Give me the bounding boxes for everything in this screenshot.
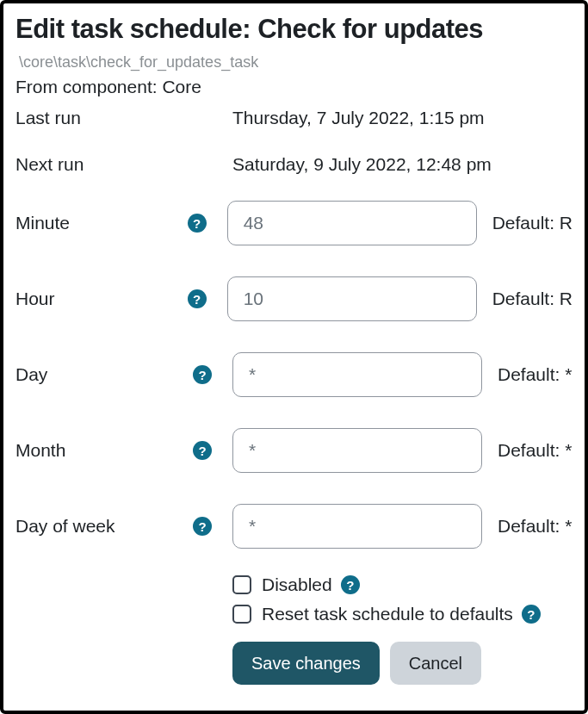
help-icon[interactable]: ? — [522, 605, 541, 624]
save-button[interactable]: Save changes — [232, 642, 380, 685]
help-icon[interactable]: ? — [341, 575, 360, 594]
month-input[interactable] — [232, 428, 482, 473]
next-run-value: Saturday, 9 July 2022, 12:48 pm — [232, 154, 492, 175]
help-icon[interactable]: ? — [193, 441, 212, 460]
next-run-label: Next run — [15, 154, 232, 175]
month-hint: Default: * — [498, 440, 572, 461]
reset-checkbox[interactable] — [232, 605, 251, 624]
help-icon[interactable]: ? — [193, 365, 212, 384]
day-row: Day ? Default: * — [15, 352, 573, 397]
last-run-value: Thursday, 7 July 2022, 1:15 pm — [232, 108, 485, 128]
dow-row: Day of week ? Default: * — [15, 504, 573, 549]
help-icon[interactable]: ? — [193, 517, 212, 536]
disabled-checkbox[interactable] — [232, 575, 251, 594]
hour-label: Hour — [15, 289, 55, 309]
minute-label: Minute — [15, 213, 70, 233]
hour-row: Hour ? Default: R — [15, 276, 573, 321]
page-title: Edit task schedule: Check for updates — [15, 14, 573, 45]
hour-input[interactable] — [227, 276, 477, 321]
reset-label: Reset task schedule to defaults — [262, 604, 513, 624]
cancel-button[interactable]: Cancel — [390, 642, 481, 685]
month-row: Month ? Default: * — [15, 428, 573, 473]
edit-task-schedule-page: Edit task schedule: Check for updates \c… — [0, 0, 588, 714]
day-input[interactable] — [232, 352, 482, 397]
last-run-label: Last run — [15, 108, 232, 128]
dow-label: Day of week — [15, 516, 115, 537]
day-hint: Default: * — [498, 364, 572, 385]
hour-hint: Default: R — [492, 289, 573, 309]
dow-hint: Default: * — [498, 516, 572, 537]
button-row: Save changes Cancel — [232, 642, 573, 685]
reset-row: Reset task schedule to defaults ? — [232, 604, 573, 624]
day-label: Day — [15, 364, 47, 385]
minute-hint: Default: R — [492, 213, 573, 233]
checkbox-section: Disabled ? Reset task schedule to defaul… — [232, 574, 573, 624]
month-label: Month — [15, 440, 65, 461]
minute-input[interactable] — [227, 201, 477, 245]
last-run-row: Last run Thursday, 7 July 2022, 1:15 pm — [15, 108, 573, 128]
task-classpath: \core\task\check_for_updates_task — [19, 53, 573, 71]
next-run-row: Next run Saturday, 9 July 2022, 12:48 pm — [15, 154, 573, 175]
component-label: From component: Core — [15, 77, 573, 97]
dow-input[interactable] — [232, 504, 482, 549]
help-icon[interactable]: ? — [188, 289, 207, 308]
help-icon[interactable]: ? — [188, 214, 207, 233]
minute-row: Minute ? Default: R — [15, 201, 573, 245]
disabled-row: Disabled ? — [232, 574, 573, 595]
disabled-label: Disabled — [262, 574, 332, 595]
